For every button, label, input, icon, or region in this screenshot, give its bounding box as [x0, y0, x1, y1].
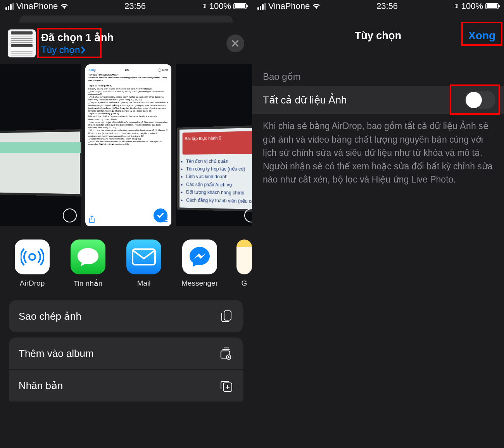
action-duplicate[interactable]: Nhân bản	[9, 370, 243, 401]
share-app-airdrop[interactable]: AirDrop	[13, 240, 51, 288]
svg-point-2	[161, 221, 162, 222]
rotation-lock-icon	[454, 3, 459, 10]
toggle-knob	[466, 92, 482, 108]
close-button[interactable]	[226, 34, 244, 52]
toggle-all-photo-data[interactable]	[464, 91, 495, 109]
status-bar: VinaPhone 23:56 100%	[252, 0, 504, 12]
photo-strip[interactable]: Xong1/5◯ 69% TOPICS FOR ASSIGNMENT Stude…	[0, 64, 252, 240]
share-app-messenger[interactable]: Messenger	[181, 240, 219, 288]
wifi-icon	[312, 3, 321, 9]
battery-icon	[233, 3, 247, 9]
phone-left: VinaPhone 23:56 100% Đã chọn 1 ảnh Tùy c…	[0, 0, 252, 448]
share-app-messages[interactable]: Tin nhắn	[69, 240, 107, 288]
list-icon[interactable]	[161, 216, 168, 222]
svg-point-1	[161, 219, 162, 220]
photo-item-selected[interactable]: Xong1/5◯ 69% TOPICS FOR ASSIGNMENT Stude…	[85, 64, 171, 226]
svg-point-0	[161, 217, 162, 218]
carrier: VinaPhone	[16, 1, 58, 11]
messages-icon	[71, 240, 105, 274]
selected-thumbnail[interactable]	[8, 29, 36, 57]
hint-text: Khi chia sẻ bằng AirDrop, bao gồm tất cả…	[252, 114, 504, 186]
row-label: Tất cả dữ liệu Ảnh	[263, 94, 347, 106]
selection-circle[interactable]	[63, 208, 77, 222]
airdrop-icon	[15, 240, 50, 274]
share-sheet: Đã chọn 1 ảnh Tùy chọn Xong1/5◯ 69	[0, 22, 252, 448]
action-copy-photo[interactable]: Sao chép ảnh	[9, 300, 243, 332]
clock: 23:56	[124, 1, 146, 11]
options-link[interactable]: Tùy chọn	[41, 45, 221, 55]
photo-item[interactable]	[0, 64, 81, 226]
battery-text: 100%	[461, 1, 483, 11]
chevron-right-icon	[81, 46, 86, 54]
share-sheet-header: Đã chọn 1 ảnh Tùy chọn	[0, 29, 252, 64]
wifi-icon	[60, 3, 69, 9]
battery-icon	[485, 3, 499, 9]
rotation-lock-icon	[202, 3, 207, 10]
add-album-icon	[219, 346, 233, 360]
svg-rect-4	[133, 249, 155, 265]
photo-item[interactable]: Bài tập thực hành 0 Tên đơn vị chủ quản …	[176, 64, 252, 226]
notes-icon	[236, 240, 252, 274]
close-icon	[231, 39, 240, 48]
signal-icon	[5, 3, 14, 10]
clock: 23:56	[376, 1, 398, 11]
share-app-row[interactable]: AirDrop Tin nhắn Mail Messenger	[0, 240, 252, 300]
share-app-more[interactable]: G	[236, 240, 252, 288]
options-header: Tùy chọn Xong	[252, 23, 504, 48]
signal-icon	[257, 3, 266, 10]
svg-point-3	[29, 254, 35, 260]
section-label: Bao gồm	[252, 48, 504, 86]
share-icon[interactable]	[88, 215, 95, 223]
done-button[interactable]: Xong	[468, 29, 495, 42]
share-actions: Sao chép ảnh Thêm vào album Nhân bản	[0, 300, 252, 401]
copy-icon	[219, 309, 233, 323]
duplicate-icon	[219, 379, 233, 393]
svg-rect-5	[224, 311, 231, 320]
messenger-icon	[182, 240, 217, 274]
phone-right: VinaPhone 23:56 100% Tùy chọn Xong Bao g…	[252, 0, 504, 448]
battery-text: 100%	[209, 1, 231, 11]
mail-icon	[126, 240, 161, 274]
all-photo-data-row[interactable]: Tất cả dữ liệu Ảnh	[252, 86, 504, 114]
share-app-mail[interactable]: Mail	[125, 240, 163, 288]
status-bar: VinaPhone 23:56 100%	[0, 0, 252, 12]
carrier: VinaPhone	[268, 1, 310, 11]
options-title: Tùy chọn	[355, 29, 402, 42]
action-add-to-album[interactable]: Thêm vào album	[9, 338, 243, 369]
selection-title: Đã chọn 1 ảnh	[41, 31, 221, 44]
